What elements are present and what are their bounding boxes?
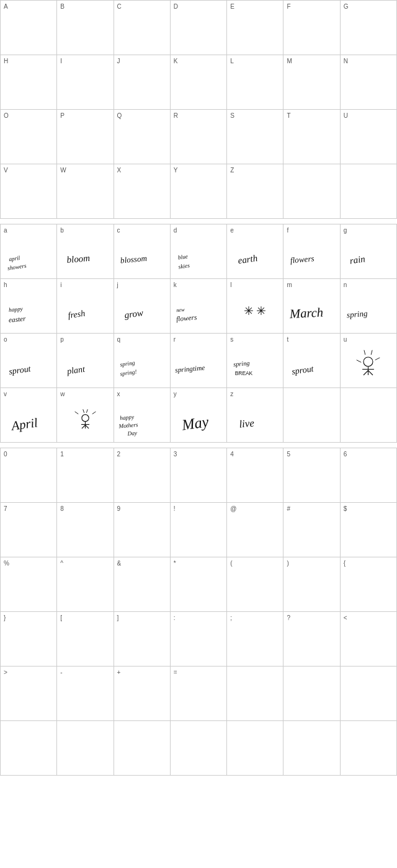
svg-text:BREAK: BREAK — [234, 370, 252, 376]
uppercase-cell-U: U — [341, 110, 397, 164]
cell-glyph — [60, 514, 110, 554]
cell-glyph — [117, 678, 167, 718]
number-cell-12: # — [283, 503, 340, 557]
cell-glyph — [174, 569, 223, 609]
uppercase-cell-B: B — [57, 1, 114, 55]
cell-label: E — [230, 3, 234, 11]
svg-text:skies: skies — [178, 262, 190, 270]
cell-glyph — [230, 569, 280, 609]
lowercase-grid: a aprilshowers b bloom c blossom d blues… — [0, 224, 397, 443]
cell-label: h — [4, 281, 7, 289]
cell-glyph: fresh — [60, 290, 110, 330]
lowercase-cell-a: a aprilshowers — [1, 224, 57, 279]
cell-glyph — [287, 514, 336, 554]
cell-glyph: springtime — [174, 345, 223, 385]
number-cell-26: ? — [283, 612, 340, 666]
uppercase-cell-27 — [341, 164, 397, 219]
uppercase-cell-S: S — [227, 110, 283, 164]
cell-label: ] — [117, 614, 119, 622]
cell-glyph — [117, 66, 167, 107]
cell-label: p — [60, 336, 64, 343]
cell-label: 6 — [344, 451, 347, 458]
cell-label: Y — [174, 167, 178, 174]
cell-glyph — [287, 725, 336, 773]
lowercase-cell-l: l ✳ ✳ — [227, 279, 283, 334]
cell-glyph — [4, 514, 53, 554]
cell-label: ) — [287, 560, 288, 567]
uppercase-cell-H: H — [1, 55, 57, 110]
cell-glyph — [60, 121, 110, 161]
cell-glyph — [117, 175, 167, 216]
cell-glyph — [344, 392, 393, 440]
cell-glyph — [60, 399, 110, 440]
cell-label: > — [4, 669, 7, 676]
cell-glyph: sprout — [4, 345, 53, 385]
cell-glyph — [287, 168, 336, 216]
number-cell-2: 2 — [114, 448, 171, 503]
cell-label: J — [117, 58, 120, 65]
svg-text:easter: easter — [8, 315, 26, 324]
number-cell-30: + — [114, 666, 171, 721]
cell-label: ! — [174, 505, 176, 513]
cell-label: 0 — [4, 451, 7, 458]
cell-glyph — [60, 459, 110, 500]
cell-glyph — [4, 12, 53, 52]
cell-glyph — [4, 725, 53, 773]
cell-glyph — [287, 121, 336, 161]
cell-label: w — [60, 391, 65, 398]
cell-label: X — [117, 167, 122, 174]
cell-label: W — [60, 167, 66, 174]
cell-glyph — [4, 569, 53, 609]
cell-glyph — [4, 459, 53, 500]
cell-label: @ — [230, 505, 236, 513]
cell-glyph — [117, 725, 167, 773]
cell-glyph — [174, 623, 223, 663]
svg-text:sprout: sprout — [8, 363, 32, 376]
cell-glyph — [117, 623, 167, 663]
number-cell-17: * — [171, 557, 227, 612]
lowercase-cell-q: q springspring! — [114, 334, 171, 388]
lowercase-cell-26 — [283, 388, 340, 443]
cell-label: b — [60, 227, 64, 234]
svg-text:blue: blue — [178, 254, 189, 261]
cell-glyph — [60, 725, 110, 773]
cell-glyph: bloom — [60, 236, 110, 276]
cell-glyph — [117, 514, 167, 554]
cell-glyph — [344, 569, 393, 609]
cell-glyph: March — [287, 290, 336, 330]
number-cell-7: 7 — [1, 503, 57, 557]
lowercase-cell-u: u — [341, 334, 397, 388]
cell-glyph — [344, 623, 393, 663]
lowercase-cell-p: p plant — [57, 334, 114, 388]
svg-text:Mothers: Mothers — [118, 422, 138, 430]
number-cell-40 — [283, 721, 340, 776]
uppercase-cell-A: A — [1, 1, 57, 55]
cell-glyph: live — [230, 399, 280, 440]
cell-glyph: earth — [230, 236, 280, 276]
cell-label: P — [60, 112, 65, 120]
svg-text:grow: grow — [124, 308, 144, 321]
uppercase-cell-R: R — [171, 110, 227, 164]
cell-label: { — [344, 560, 346, 567]
cell-label: : — [174, 614, 176, 622]
cell-glyph: spring — [344, 290, 393, 330]
svg-line-30 — [368, 371, 373, 376]
cell-glyph — [287, 392, 336, 440]
cell-label: T — [287, 112, 290, 120]
svg-line-29 — [364, 371, 368, 376]
svg-text:April: April — [9, 416, 38, 434]
uppercase-cell-D: D — [171, 1, 227, 55]
cell-label: 3 — [174, 451, 177, 458]
svg-point-26 — [364, 357, 373, 366]
cell-label: j — [117, 281, 118, 289]
cell-glyph — [344, 66, 393, 107]
cell-glyph — [344, 514, 393, 554]
cell-glyph: springspring! — [117, 345, 167, 385]
cell-glyph — [60, 569, 110, 609]
number-cell-33 — [283, 666, 340, 721]
cell-glyph: ✳ ✳ — [230, 290, 280, 330]
cell-label: 1 — [60, 451, 64, 458]
cell-glyph: aprilshowers — [4, 236, 53, 276]
cell-glyph — [60, 623, 110, 663]
cell-glyph — [230, 459, 280, 500]
